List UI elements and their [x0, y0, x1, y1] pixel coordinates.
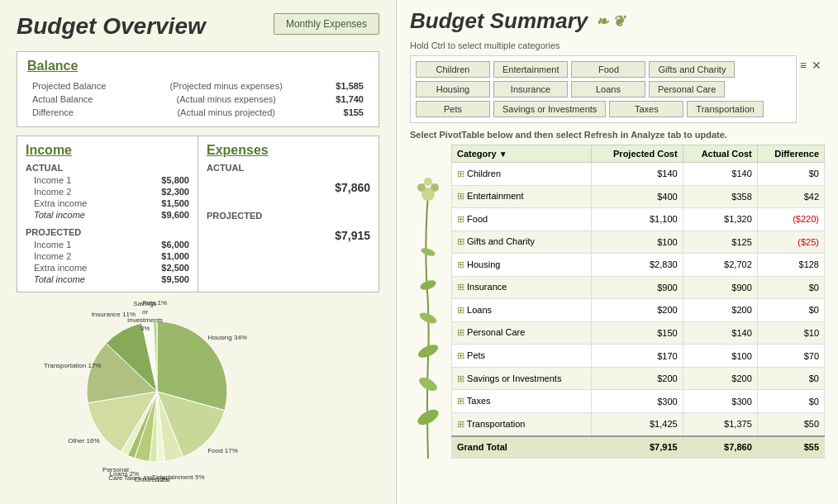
expand-icon[interactable]: ⊞ [457, 191, 464, 201]
difference-cell: $10 [757, 321, 824, 345]
table-row: ⊞ Personal Care$150$140$10 [452, 321, 825, 345]
filter-button[interactable]: Children [416, 61, 490, 78]
svg-point-7 [417, 183, 426, 192]
difference-cell: $128 [757, 254, 824, 277]
balance-title: Balance [27, 59, 369, 74]
category-cell: ⊞ Gifts and Charity [452, 231, 592, 254]
table-row: ⊞ Gifts and Charity$100$125($25) [452, 231, 825, 254]
income-title: Income [26, 143, 189, 158]
filter-button[interactable]: Taxes [609, 101, 683, 117]
table-row: ⊞ Savings or Investments$200$200$0 [452, 367, 825, 390]
filter-clear-icon[interactable]: ✕ [812, 59, 821, 72]
projected-cell: $900 [592, 276, 683, 299]
actual-cell: $200 [683, 367, 757, 390]
actual-cell: $300 [683, 390, 757, 413]
filter-button[interactable]: Loans [571, 81, 645, 97]
projected-cell: $150 [592, 321, 683, 345]
projected-cell: $100 [592, 231, 683, 254]
table-row: ⊞ Taxes$300$300$0 [452, 390, 825, 413]
filter-button[interactable]: Transportation [687, 101, 764, 117]
income-projected-row: Income 2$1,000 [26, 250, 189, 262]
difference-cell: ($25) [757, 231, 824, 254]
balance-desc: (Projected minus expenses) [138, 80, 314, 92]
projected-cell: $200 [592, 367, 683, 390]
projected-cell: $1,425 [592, 412, 683, 435]
expand-icon[interactable]: ⊞ [457, 419, 464, 429]
expand-icon[interactable]: ⊞ [457, 327, 464, 337]
difference-cell: $0 [757, 299, 824, 322]
expense-projected-value: $7,915 [207, 226, 370, 245]
pie-chart-container: Housing 34%Food 17%Entertainment 5%Gifts… [17, 301, 379, 483]
projected-cell: $400 [592, 185, 683, 208]
summary-title-text: Budget Summary [410, 8, 588, 34]
projected-cell: $200 [592, 299, 683, 322]
table-row: ⊞ Transportation$1,425$1,375$50 [452, 412, 825, 435]
actual-cell: $1,375 [683, 412, 757, 435]
monthly-expenses-button[interactable]: Monthly Expenses [274, 13, 379, 35]
table-row: ⊞ Entertainment$400$358$42 [452, 185, 825, 208]
leaf-decoration: ❧ ❦ [596, 12, 625, 31]
income-projected-row: Extra income$2,500 [26, 262, 189, 273]
expand-icon[interactable]: ⊞ [457, 259, 464, 269]
difference-cell: ($220) [757, 208, 824, 231]
filter-button[interactable]: Food [571, 61, 645, 78]
expand-icon[interactable]: ⊞ [457, 236, 464, 246]
expand-icon[interactable]: ⊞ [457, 214, 464, 224]
expand-icon[interactable]: ⊞ [457, 169, 464, 178]
expand-icon[interactable]: ⊞ [457, 282, 464, 292]
filter-button[interactable]: Pets [416, 101, 490, 117]
table-header[interactable]: Category ▼ [452, 145, 592, 163]
expand-icon[interactable]: ⊞ [457, 305, 464, 315]
sort-icon[interactable]: ▼ [499, 150, 507, 159]
list-icon[interactable]: ≡ [800, 59, 807, 72]
filter-button[interactable]: Housing [416, 81, 490, 97]
table-header-row: Category ▼Projected CostActual CostDiffe… [452, 145, 825, 163]
income-box: Income ACTUALIncome 1$5,800Income 2$2,30… [17, 136, 198, 292]
filter-button[interactable]: Insurance [493, 81, 568, 97]
pie-label: Housing 34% [207, 334, 247, 341]
expand-icon[interactable]: ⊞ [457, 396, 464, 406]
grand-total-label: Grand Total [452, 436, 592, 459]
actual-cell: $140 [683, 163, 757, 186]
income-expense-row: Income ACTUALIncome 1$5,800Income 2$2,30… [17, 136, 379, 292]
balance-value: $1,585 [316, 80, 367, 92]
svg-point-8 [431, 183, 439, 192]
svg-point-5 [420, 246, 436, 258]
expand-icon[interactable]: ⊞ [457, 350, 464, 360]
pie-label: Other 16% [68, 437, 99, 445]
table-row: ⊞ Food$1,100$1,320($220) [452, 208, 825, 231]
category-cell: ⊞ Housing [452, 254, 592, 277]
balance-desc: (Actual minus projected) [138, 107, 314, 118]
grand-total-diff: $55 [757, 436, 824, 459]
filter-button[interactable]: Entertainment [493, 61, 568, 78]
balance-label: Difference [29, 107, 136, 118]
filter-button[interactable]: Personal Care [649, 81, 725, 97]
table-row: ⊞ Loans$200$200$0 [452, 299, 825, 322]
actual-cell: $1,320 [683, 208, 757, 231]
income-actual-row: Total income$9,600 [26, 209, 189, 221]
balance-label: Actual Balance [29, 93, 136, 105]
actual-cell: $900 [683, 276, 757, 299]
filter-button[interactable]: Gifts and Charity [649, 61, 735, 78]
budget-summary-title: Budget Summary ❧ ❦ [410, 8, 825, 34]
expand-icon[interactable]: ⊞ [457, 373, 464, 383]
table-row: ⊞ Pets$170$100$70 [452, 345, 825, 368]
filter-button[interactable]: Savings or Investments [493, 101, 606, 117]
balance-row: Projected Balance (Projected minus expen… [29, 80, 367, 92]
category-cell: ⊞ Personal Care [452, 321, 592, 345]
balance-label: Projected Balance [29, 80, 136, 92]
category-cell: ⊞ Pets [452, 345, 592, 368]
pie-chart: Housing 34%Food 17%Entertainment 5%Gifts… [17, 301, 379, 483]
grand-total-actual: $7,860 [683, 436, 757, 459]
table-header: Difference [757, 145, 824, 163]
actual-cell: $125 [683, 231, 757, 254]
difference-cell: $42 [757, 185, 824, 208]
category-cell: ⊞ Children [452, 163, 592, 186]
expense-box: Expenses ACTUAL $7,860 PROJECTED $7,915 [198, 136, 379, 292]
actual-cell: $200 [683, 299, 757, 322]
ctrl-hint: Hold Ctrl to select multiple categories [410, 40, 825, 50]
pie-label: Pets 1% [142, 301, 167, 307]
expense-projected-section: PROJECTED $7,915 [207, 211, 370, 245]
expense-actual-value: $7,860 [207, 178, 370, 197]
projected-cell: $170 [592, 345, 683, 368]
